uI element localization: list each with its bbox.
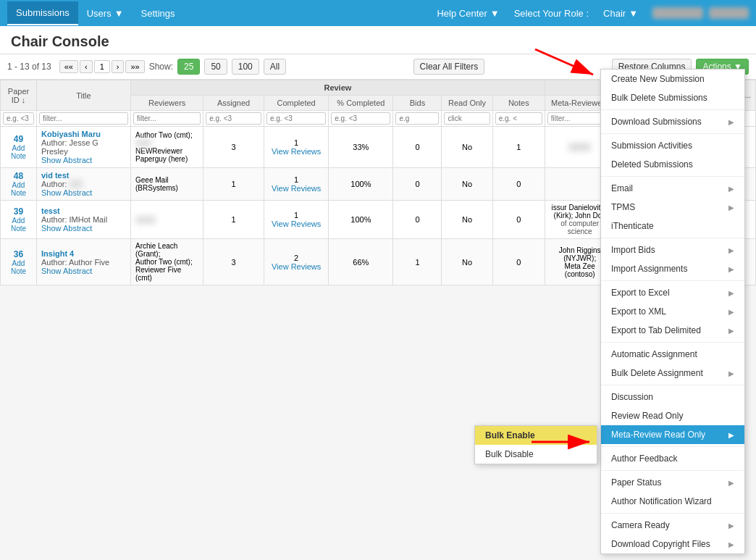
filter-assigned[interactable] — [206, 112, 261, 125]
cell-title: Insight 4 Author: Author Five Show Abstr… — [37, 239, 131, 285]
dropdown-import-bids[interactable]: Import Bids ▶ — [601, 241, 744, 259]
nav-submissions[interactable]: Submissions — [7, 1, 78, 25]
cell-bids: 0 — [393, 168, 442, 201]
filter-bids[interactable] — [395, 112, 439, 125]
paper-id-link[interactable]: 49 — [5, 134, 32, 144]
col-header-title: Title — [37, 80, 131, 111]
add-note-link[interactable]: Add Note — [5, 259, 32, 275]
cell-pct: 33% — [329, 127, 393, 168]
paper-id-link[interactable]: 48 — [5, 171, 32, 181]
add-note-link[interactable]: Add Note — [5, 181, 32, 197]
cell-notes: 0 — [492, 168, 545, 201]
cell-title: vid test Author: Show Abstract — [37, 168, 131, 201]
show-abstract-link[interactable]: Show Abstract — [41, 267, 126, 275]
page-prev-btn[interactable]: ‹ — [80, 60, 93, 73]
cell-bids: 0 — [393, 127, 442, 168]
dropdown-email[interactable]: Email ▶ — [601, 179, 744, 198]
pagination-text: 1 - 13 of 13 — [7, 62, 51, 72]
show-abstract-link[interactable]: Show Abstract — [41, 188, 126, 197]
dropdown-bulk-delete-submissions[interactable]: Bulk Delete Submissions — [601, 88, 744, 107]
show-all-btn[interactable]: All — [264, 59, 286, 75]
cell-paper-id: 48 Add Note — [1, 168, 37, 201]
filter-paper-id[interactable] — [3, 112, 34, 125]
dropdown-create-submission[interactable]: Create New Submission — [601, 70, 744, 88]
page-next-btn[interactable]: › — [112, 60, 125, 73]
reviewer-blurred — [135, 139, 151, 147]
view-reviews-link[interactable]: View Reviews — [272, 184, 321, 193]
nav-users[interactable]: Users ▼ — [78, 2, 133, 25]
chevron-down-icon: ▼ — [629, 8, 638, 19]
page-number: 1 — [94, 60, 110, 73]
page-first-btn[interactable]: «« — [59, 60, 78, 73]
dropdown-tpms[interactable]: TPMS ▶ — [601, 198, 744, 217]
cell-assigned: 1 — [203, 168, 264, 201]
cell-title: Kobiyashi Maru Author: Jesse G Presley S… — [37, 127, 131, 168]
nav-settings[interactable]: Settings — [133, 2, 184, 25]
dropdown-import-assignments[interactable]: Import Assignments ▶ — [601, 259, 744, 278]
show-abstract-link[interactable]: Show Abstract — [41, 224, 126, 233]
paper-title-link[interactable]: Kobiyashi Maru — [41, 130, 126, 138]
filter-notes[interactable] — [495, 112, 542, 125]
paper-title-link[interactable]: tesst — [41, 206, 126, 215]
nav-help-center[interactable]: Help Center ▼ — [428, 2, 508, 25]
dropdown-submission-activities[interactable]: Submission Activities — [601, 136, 744, 155]
actions-dropdown: Create New Submission Bulk Delete Submis… — [600, 69, 745, 285]
arrow-right-icon: ▶ — [728, 265, 734, 273]
cell-assigned: 3 — [203, 239, 264, 285]
col-header-assigned: Assigned — [203, 96, 264, 111]
add-note-link[interactable]: Add Note — [5, 144, 32, 160]
cell-completed: 1View Reviews — [264, 127, 328, 168]
add-note-link[interactable]: Add Note — [5, 217, 32, 233]
paper-id-link[interactable]: 39 — [5, 206, 32, 217]
show-abstract-link[interactable]: Show Abstract — [41, 156, 126, 164]
dropdown-ithenticate[interactable]: iThenticate — [601, 217, 744, 235]
view-reviews-link[interactable]: View Reviews — [272, 147, 321, 156]
filter-read-only[interactable] — [444, 112, 490, 125]
dropdown-download-submissions[interactable]: Download Submissions ▶ — [601, 112, 744, 131]
meta-reviewer-blurred — [568, 143, 591, 151]
filter-title[interactable] — [39, 112, 128, 125]
cell-read-only: No — [442, 201, 492, 239]
show-100-btn[interactable]: 100 — [232, 59, 259, 75]
reviewer-blurred — [135, 216, 156, 224]
cell-read-only: No — [442, 168, 492, 201]
col-header-reviewers: Reviewers — [131, 96, 203, 111]
show-label: Show: — [149, 62, 173, 72]
arrow-right-icon: ▶ — [728, 118, 734, 126]
paper-title-link[interactable]: Insight 4 — [41, 249, 126, 258]
filter-completed[interactable] — [266, 112, 326, 125]
user-action-blurred — [709, 7, 749, 19]
chevron-down-icon: ▼ — [114, 8, 124, 19]
view-reviews-link[interactable]: View Reviews — [272, 262, 321, 271]
view-reviews-link[interactable]: View Reviews — [272, 220, 321, 228]
col-group-review: Review — [131, 80, 545, 96]
cell-read-only: No — [442, 127, 492, 168]
filter-reviewers[interactable] — [133, 112, 201, 125]
filter-pct[interactable] — [331, 112, 390, 125]
col-header-paper-id: Paper ID ↓ — [1, 80, 37, 111]
arrow-right-icon: ▶ — [728, 204, 734, 212]
author-blurred — [70, 180, 83, 188]
paper-title-link[interactable]: vid test — [41, 171, 126, 180]
nav-role-chair[interactable]: Chair ▼ — [595, 2, 647, 25]
paper-author: Author: IMHot Mail — [41, 215, 126, 224]
user-name-blurred — [652, 7, 703, 19]
page-title: Chair Console — [0, 26, 756, 54]
nav-right: Help Center ▼ Select Your Role : Chair ▼ — [428, 2, 749, 25]
cell-reviewers: Author Two (cmt); NEWReviewer Paperguy (… — [131, 127, 203, 168]
show-50-btn[interactable]: 50 — [204, 59, 227, 75]
cell-reviewers: Geee Mail (BRSystems) — [131, 168, 203, 201]
clear-filters-btn[interactable]: Clear All Filters — [413, 59, 485, 75]
top-navigation: Submissions Users ▼ Settings Help Center… — [0, 0, 756, 26]
show-25-btn[interactable]: 25 — [177, 59, 200, 75]
paper-id-link[interactable]: 36 — [5, 249, 32, 259]
cell-paper-id: 39 Add Note — [1, 201, 37, 239]
cell-title: tesst Author: IMHot Mail Show Abstract — [37, 201, 131, 239]
dropdown-deleted-submissions[interactable]: Deleted Submissions — [601, 155, 744, 174]
arrow-right-icon: ▶ — [728, 246, 734, 254]
col-header-pct-completed: % Completed — [329, 96, 393, 111]
cell-pct: 66% — [329, 239, 393, 285]
cell-completed: 1View Reviews — [264, 201, 328, 239]
dropdown-export-excel[interactable]: Export to Excel ▶ — [601, 283, 744, 285]
page-last-btn[interactable]: »» — [125, 60, 144, 73]
